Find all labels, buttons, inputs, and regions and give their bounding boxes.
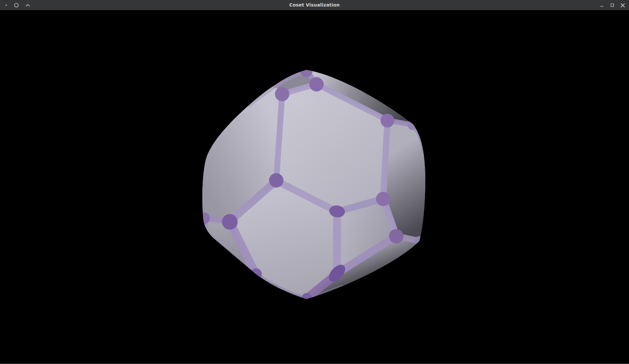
vertex-bl2 [250, 268, 262, 280]
vertex-l [222, 214, 238, 230]
close-icon[interactable] [620, 3, 625, 8]
vertex-a [275, 87, 289, 101]
vertex-p2 [309, 77, 324, 91]
vertex-p5 [269, 173, 283, 188]
vertex-sr2 [415, 236, 424, 245]
vertex-p3 [381, 114, 394, 127]
vertex-r [389, 229, 403, 243]
dot-icon[interactable] [5, 3, 8, 8]
chevron-up-icon[interactable] [25, 3, 30, 8]
vertex-p4 [376, 192, 390, 206]
vertex-t [300, 65, 313, 77]
titlebar[interactable]: Coset Visualization [0, 0, 629, 10]
polyhedron [198, 65, 425, 304]
app-window: Coset Visualization [0, 0, 629, 364]
edge-p3-p4 [383, 120, 387, 199]
circle-icon[interactable] [14, 3, 19, 8]
render-canvas[interactable] [0, 10, 629, 363]
maximize-icon[interactable] [610, 3, 615, 8]
vertex-sr1 [408, 120, 417, 130]
vertex-bv [301, 293, 312, 304]
titlebar-right-controls [599, 3, 629, 8]
titlebar-left-controls [0, 3, 30, 8]
vertex-ls [198, 212, 210, 224]
window-title: Coset Visualization [0, 0, 629, 10]
minimize-icon[interactable] [599, 3, 604, 8]
